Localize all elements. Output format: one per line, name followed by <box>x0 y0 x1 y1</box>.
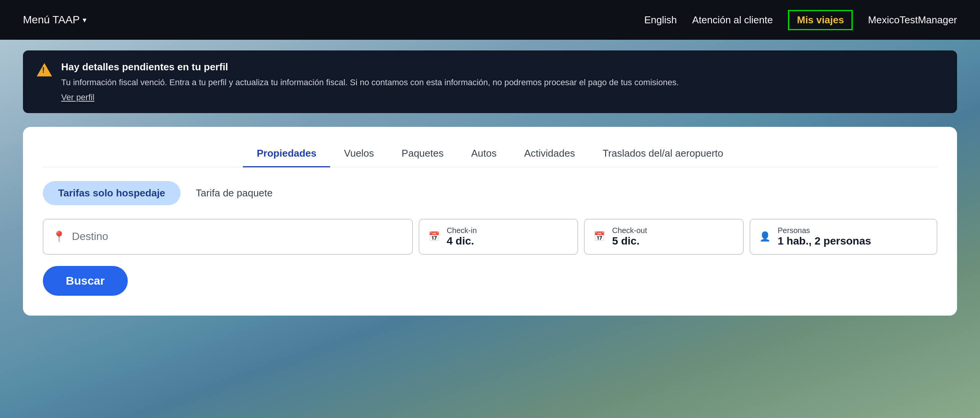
checkout-label: Check-out <box>612 226 647 235</box>
menu-taap-button[interactable]: Menú TAAP <box>23 14 80 26</box>
alert-title: Hay detalles pendientes en tu perfil <box>61 61 679 73</box>
checkout-calendar-icon: 📅 <box>594 231 605 242</box>
navbar-right: English Atención al cliente Mis viajes M… <box>644 10 957 30</box>
warning-triangle-icon <box>37 63 52 76</box>
destination-placeholder: Destino <box>72 230 108 243</box>
search-button[interactable]: Buscar <box>43 266 128 296</box>
alert-content: Hay detalles pendientes en tu perfil Tu … <box>61 61 679 102</box>
checkout-info: Check-out 5 dic. <box>612 226 647 247</box>
english-language-link[interactable]: English <box>644 14 677 26</box>
customer-service-link[interactable]: Atención al cliente <box>692 14 773 26</box>
rate-paquete-button[interactable]: Tarifa de paquete <box>181 181 288 205</box>
location-icon: 📍 <box>52 230 66 243</box>
menu-chevron-icon[interactable]: ▾ <box>83 15 86 24</box>
search-fields: 📍 Destino 📅 Check-in 4 dic. 📅 Check-out … <box>43 219 937 254</box>
tab-autos[interactable]: Autos <box>457 142 511 167</box>
checkin-calendar-icon: 📅 <box>428 231 440 242</box>
checkin-label: Check-in <box>447 226 477 235</box>
checkout-field[interactable]: 📅 Check-out 5 dic. <box>584 219 744 254</box>
checkout-row: 📅 Check-out 5 dic. <box>594 226 734 247</box>
alert-icon <box>37 62 52 77</box>
checkin-info: Check-in 4 dic. <box>447 226 477 247</box>
search-tabs: Propiedades Vuelos Paquetes Autos Activi… <box>43 142 937 167</box>
persons-icon: 👤 <box>759 231 771 242</box>
persons-label: Personas <box>778 226 871 235</box>
persons-value: 1 hab., 2 personas <box>778 235 871 247</box>
view-profile-link[interactable]: Ver perfil <box>61 92 94 102</box>
rate-toggle: Tarifas solo hospedaje Tarifa de paquete <box>43 181 937 205</box>
alert-banner: Hay detalles pendientes en tu perfil Tu … <box>23 50 957 113</box>
tab-traslados[interactable]: Traslados del/al aeropuerto <box>589 142 737 167</box>
persons-row: 👤 Personas 1 hab., 2 personas <box>759 226 928 247</box>
checkin-value: 4 dic. <box>447 235 477 247</box>
search-card: Propiedades Vuelos Paquetes Autos Activi… <box>23 127 957 316</box>
rate-solo-hospedaje-button[interactable]: Tarifas solo hospedaje <box>43 181 181 205</box>
navbar: Menú TAAP ▾ English Atención al cliente … <box>0 0 980 40</box>
destination-field[interactable]: 📍 Destino <box>43 219 413 254</box>
tab-paquetes[interactable]: Paquetes <box>388 142 457 167</box>
persons-field[interactable]: 👤 Personas 1 hab., 2 personas <box>750 219 937 254</box>
checkin-row: 📅 Check-in 4 dic. <box>428 226 569 247</box>
alert-description: Tu información fiscal venció. Entra a tu… <box>61 76 679 89</box>
username-label[interactable]: MexicoTestManager <box>868 14 957 26</box>
tab-actividades[interactable]: Actividades <box>510 142 589 167</box>
navbar-left: Menú TAAP ▾ <box>23 14 86 26</box>
persons-info: Personas 1 hab., 2 personas <box>778 226 871 247</box>
my-trips-button[interactable]: Mis viajes <box>788 10 853 30</box>
checkout-value: 5 dic. <box>612 235 647 247</box>
tab-vuelos[interactable]: Vuelos <box>330 142 388 167</box>
tab-propiedades[interactable]: Propiedades <box>243 142 330 167</box>
checkin-field[interactable]: 📅 Check-in 4 dic. <box>419 219 578 254</box>
